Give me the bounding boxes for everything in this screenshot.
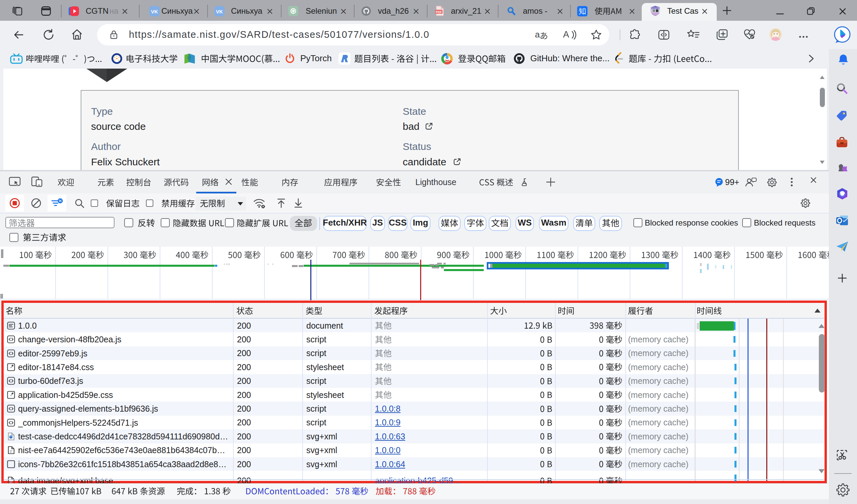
- svg-text:a: a: [535, 30, 540, 39]
- svg-text:PDF: PDF: [436, 11, 442, 14]
- svg-text:VK: VK: [216, 9, 223, 14]
- svg-text:VK: VK: [151, 9, 158, 14]
- svg-text:SAMATE: SAMATE: [651, 7, 659, 9]
